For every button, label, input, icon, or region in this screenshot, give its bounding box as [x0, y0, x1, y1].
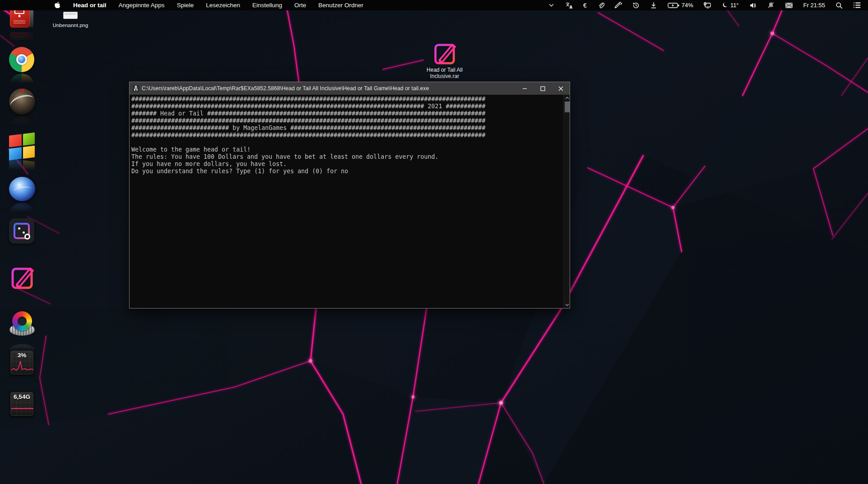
- translate-icon[interactable]: A: [565, 2, 573, 9]
- menu-item-orte[interactable]: Orte: [294, 2, 306, 9]
- dock-item-screenshot-tool[interactable]: [9, 218, 34, 244]
- weather-moon-icon[interactable]: 11°: [722, 2, 739, 9]
- dock-item-chrome[interactable]: [9, 47, 34, 72]
- notifications-muted-bell-icon[interactable]: [767, 2, 775, 9]
- memory-value-label: 6,54G: [10, 393, 33, 400]
- dock-item-color-wheel[interactable]: [9, 311, 35, 339]
- archive-pink-pencil-icon: [432, 41, 457, 66]
- mail-icon[interactable]: [785, 2, 793, 9]
- menu-list-icon[interactable]: [853, 2, 861, 9]
- dock-item-dark-browser[interactable]: [9, 88, 35, 115]
- svg-text:A: A: [570, 5, 573, 9]
- menu-bar: Head or tail Angepinnte Apps Spiele Lese…: [0, 0, 868, 10]
- temperature-value: 11°: [730, 2, 739, 9]
- menu-item-benutzer-ordner[interactable]: Benutzer Ordner: [318, 2, 363, 9]
- scrollbar-up-arrow-icon[interactable]: [564, 95, 570, 101]
- paperclip-icon[interactable]: [597, 2, 604, 9]
- dark-globe-icon: [9, 88, 35, 115]
- minimize-button[interactable]: [515, 82, 534, 95]
- cpu-percent-label: 3%: [10, 352, 33, 359]
- memory-monitor-widget[interactable]: 6,54G: [10, 392, 34, 416]
- pink-pencil-icon: [9, 264, 35, 290]
- memory-graph: [10, 401, 34, 415]
- console-scrollbar[interactable]: [563, 95, 570, 308]
- console-window[interactable]: C:\Users\rareb\AppData\Local\Temp\Rar$EX…: [129, 82, 570, 309]
- dock-item-pink-editor[interactable]: [9, 264, 35, 290]
- chrome-browser-icon: [9, 47, 34, 72]
- search-icon[interactable]: [836, 2, 843, 9]
- menu-item-lesezeichen[interactable]: Lesezeichen: [206, 2, 240, 9]
- color-wheel-gear-icon: [9, 311, 35, 339]
- unbenannt-thumbnail[interactable]: [63, 12, 78, 19]
- desktop-screen: Head or tail Angepinnte Apps Spiele Lese…: [0, 0, 868, 484]
- battery-percent: 74%: [682, 2, 693, 9]
- currency-euro-icon[interactable]: €: [583, 2, 587, 9]
- console-title-text: C:\Users\rareb\AppData\Local\Temp\Rar$EX…: [142, 85, 515, 92]
- screenshot-tool-icon: [9, 218, 34, 244]
- archive-label-line2: Inclusive.rar: [418, 73, 471, 79]
- chevron-down-icon[interactable]: [548, 2, 555, 9]
- speaker-icon[interactable]: [749, 2, 757, 9]
- blue-sphere-icon: [9, 177, 35, 201]
- menu-item-spiele[interactable]: Spiele: [177, 2, 194, 9]
- console-title-bar[interactable]: C:\Users\rareb\AppData\Local\Temp\Rar$EX…: [130, 82, 570, 95]
- clock-text[interactable]: Fr 21:55: [803, 2, 825, 9]
- windows-logo-icon: [9, 131, 36, 160]
- battery-icon[interactable]: 74%: [668, 2, 693, 9]
- dock-item-blue-sphere[interactable]: [9, 177, 35, 201]
- scrollbar-down-arrow-icon[interactable]: [564, 302, 570, 308]
- download-icon[interactable]: [650, 2, 657, 9]
- desktop-icon-head-or-tail-rar[interactable]: Head or Tail All Inclusive.rar: [418, 41, 471, 79]
- console-output-text: ########################################…: [131, 96, 562, 308]
- display-icon[interactable]: [704, 2, 711, 9]
- pencil-icon[interactable]: [615, 2, 622, 9]
- console-body[interactable]: ########################################…: [130, 95, 570, 308]
- apple-menu-icon[interactable]: [54, 1, 61, 9]
- close-button[interactable]: [552, 82, 570, 95]
- menu-item-angepinnte-apps[interactable]: Angepinnte Apps: [119, 2, 165, 9]
- unbenannt-file-label[interactable]: Unbenannt.png: [43, 23, 97, 28]
- maximize-button[interactable]: [534, 82, 552, 95]
- dock-item-windows[interactable]: [9, 133, 36, 159]
- archive-label-line1: Head or Tail All: [418, 67, 471, 73]
- history-icon[interactable]: [632, 2, 640, 9]
- menu-item-einstellung[interactable]: Einstellung: [252, 2, 282, 9]
- console-app-icon: [133, 85, 139, 92]
- cpu-monitor-widget[interactable]: 3%: [10, 350, 34, 375]
- active-app-name[interactable]: Head or tail: [73, 2, 107, 9]
- scrollbar-thumb[interactable]: [565, 101, 570, 112]
- cpu-graph: [10, 360, 34, 373]
